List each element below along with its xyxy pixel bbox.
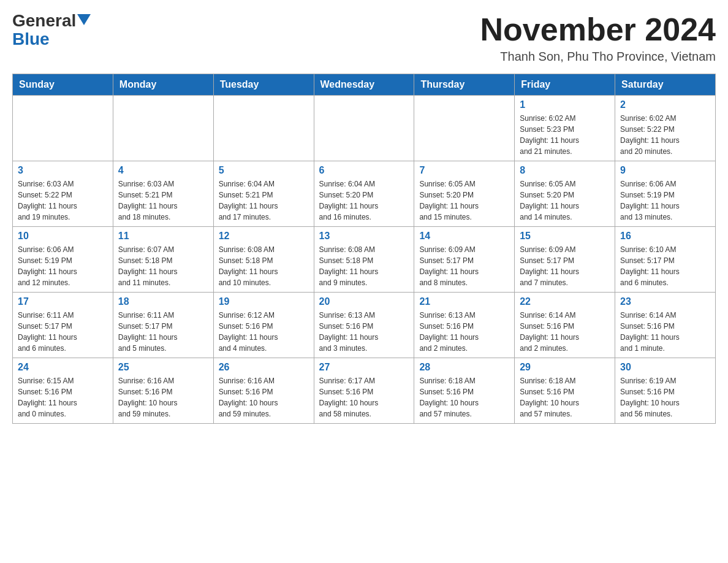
day-number: 24	[18, 362, 108, 373]
day-number: 15	[520, 231, 610, 242]
day-number: 14	[419, 231, 509, 242]
day-info: Sunrise: 6:16 AMSunset: 5:16 PMDaylight:…	[219, 375, 309, 419]
day-info: Sunrise: 6:02 AMSunset: 5:23 PMDaylight:…	[520, 113, 610, 157]
day-info: Sunrise: 6:11 AMSunset: 5:17 PMDaylight:…	[118, 310, 208, 354]
table-row: 27Sunrise: 6:17 AMSunset: 5:16 PMDayligh…	[314, 358, 414, 424]
day-info: Sunrise: 6:06 AMSunset: 5:19 PMDaylight:…	[620, 178, 710, 223]
day-info: Sunrise: 6:19 AMSunset: 5:16 PMDaylight:…	[620, 375, 710, 419]
table-row: 18Sunrise: 6:11 AMSunset: 5:17 PMDayligh…	[113, 293, 213, 358]
table-row: 21Sunrise: 6:13 AMSunset: 5:16 PMDayligh…	[414, 293, 515, 358]
day-info: Sunrise: 6:15 AMSunset: 5:16 PMDaylight:…	[18, 375, 108, 419]
table-row: 5Sunrise: 6:04 AMSunset: 5:21 PMDaylight…	[213, 161, 314, 227]
title-area: November 2024 Thanh Son, Phu Tho Provinc…	[480, 12, 716, 64]
table-row	[414, 96, 515, 161]
days-header-row: Sunday Monday Tuesday Wednesday Thursday…	[13, 74, 716, 96]
table-row: 22Sunrise: 6:14 AMSunset: 5:16 PMDayligh…	[515, 293, 615, 358]
table-row: 6Sunrise: 6:04 AMSunset: 5:20 PMDaylight…	[314, 161, 414, 227]
day-number: 17	[18, 296, 108, 307]
table-row: 17Sunrise: 6:11 AMSunset: 5:17 PMDayligh…	[13, 293, 113, 358]
day-number: 13	[319, 231, 409, 242]
calendar-week-row: 24Sunrise: 6:15 AMSunset: 5:16 PMDayligh…	[13, 358, 716, 424]
day-info: Sunrise: 6:14 AMSunset: 5:16 PMDaylight:…	[620, 310, 710, 354]
table-row: 23Sunrise: 6:14 AMSunset: 5:16 PMDayligh…	[615, 293, 716, 358]
day-info: Sunrise: 6:13 AMSunset: 5:16 PMDaylight:…	[419, 310, 509, 354]
table-row: 29Sunrise: 6:18 AMSunset: 5:16 PMDayligh…	[515, 358, 615, 424]
day-number: 29	[520, 362, 610, 373]
day-number: 3	[18, 165, 108, 176]
day-number: 23	[620, 296, 710, 307]
logo-blue: Blue	[12, 29, 50, 48]
calendar-week-row: 1Sunrise: 6:02 AMSunset: 5:23 PMDaylight…	[13, 96, 716, 161]
day-number: 12	[219, 231, 309, 242]
table-row: 3Sunrise: 6:03 AMSunset: 5:22 PMDaylight…	[13, 161, 113, 227]
table-row: 11Sunrise: 6:07 AMSunset: 5:18 PMDayligh…	[113, 227, 213, 293]
day-number: 20	[319, 296, 409, 307]
table-row: 20Sunrise: 6:13 AMSunset: 5:16 PMDayligh…	[314, 293, 414, 358]
table-row: 1Sunrise: 6:02 AMSunset: 5:23 PMDaylight…	[515, 96, 615, 161]
table-row: 25Sunrise: 6:16 AMSunset: 5:16 PMDayligh…	[113, 358, 213, 424]
header-tuesday: Tuesday	[213, 74, 314, 96]
day-info: Sunrise: 6:18 AMSunset: 5:16 PMDaylight:…	[520, 375, 610, 419]
logo-triangle-icon	[77, 14, 91, 25]
table-row: 12Sunrise: 6:08 AMSunset: 5:18 PMDayligh…	[213, 227, 314, 293]
header-saturday: Saturday	[615, 74, 716, 96]
location-subtitle: Thanh Son, Phu Tho Province, Vietnam	[480, 50, 716, 64]
table-row: 15Sunrise: 6:09 AMSunset: 5:17 PMDayligh…	[515, 227, 615, 293]
day-number: 27	[319, 362, 409, 373]
day-info: Sunrise: 6:03 AMSunset: 5:21 PMDaylight:…	[118, 178, 208, 223]
day-info: Sunrise: 6:16 AMSunset: 5:16 PMDaylight:…	[118, 375, 208, 419]
day-number: 4	[118, 165, 208, 176]
month-title: November 2024	[480, 12, 716, 47]
header-friday: Friday	[515, 74, 615, 96]
table-row	[314, 96, 414, 161]
table-row: 24Sunrise: 6:15 AMSunset: 5:16 PMDayligh…	[13, 358, 113, 424]
calendar-week-row: 10Sunrise: 6:06 AMSunset: 5:19 PMDayligh…	[13, 227, 716, 293]
day-info: Sunrise: 6:03 AMSunset: 5:22 PMDaylight:…	[18, 178, 108, 223]
day-info: Sunrise: 6:09 AMSunset: 5:17 PMDaylight:…	[520, 244, 610, 288]
day-number: 9	[620, 165, 710, 176]
table-row	[113, 96, 213, 161]
table-row: 14Sunrise: 6:09 AMSunset: 5:17 PMDayligh…	[414, 227, 515, 293]
day-info: Sunrise: 6:14 AMSunset: 5:16 PMDaylight:…	[520, 310, 610, 354]
calendar-week-row: 17Sunrise: 6:11 AMSunset: 5:17 PMDayligh…	[13, 293, 716, 358]
day-info: Sunrise: 6:18 AMSunset: 5:16 PMDaylight:…	[419, 375, 509, 419]
table-row: 10Sunrise: 6:06 AMSunset: 5:19 PMDayligh…	[13, 227, 113, 293]
day-number: 11	[118, 231, 208, 242]
day-number: 8	[520, 165, 610, 176]
table-row: 28Sunrise: 6:18 AMSunset: 5:16 PMDayligh…	[414, 358, 515, 424]
day-info: Sunrise: 6:06 AMSunset: 5:19 PMDaylight:…	[18, 244, 108, 288]
day-number: 26	[219, 362, 309, 373]
day-number: 28	[419, 362, 509, 373]
day-info: Sunrise: 6:04 AMSunset: 5:21 PMDaylight:…	[219, 178, 309, 223]
calendar-table: Sunday Monday Tuesday Wednesday Thursday…	[12, 74, 716, 424]
day-info: Sunrise: 6:12 AMSunset: 5:16 PMDaylight:…	[219, 310, 309, 354]
page-header: General Blue November 2024 Thanh Son, Ph…	[12, 12, 716, 64]
day-number: 6	[319, 165, 409, 176]
header-thursday: Thursday	[414, 74, 515, 96]
header-monday: Monday	[113, 74, 213, 96]
day-info: Sunrise: 6:05 AMSunset: 5:20 PMDaylight:…	[520, 178, 610, 223]
day-number: 25	[118, 362, 208, 373]
table-row: 13Sunrise: 6:08 AMSunset: 5:18 PMDayligh…	[314, 227, 414, 293]
table-row: 19Sunrise: 6:12 AMSunset: 5:16 PMDayligh…	[213, 293, 314, 358]
day-number: 22	[520, 296, 610, 307]
day-info: Sunrise: 6:07 AMSunset: 5:18 PMDaylight:…	[118, 244, 208, 288]
table-row: 4Sunrise: 6:03 AMSunset: 5:21 PMDaylight…	[113, 161, 213, 227]
header-sunday: Sunday	[13, 74, 113, 96]
day-number: 5	[219, 165, 309, 176]
logo: General Blue	[12, 12, 91, 49]
day-info: Sunrise: 6:10 AMSunset: 5:17 PMDaylight:…	[620, 244, 710, 288]
day-info: Sunrise: 6:02 AMSunset: 5:22 PMDaylight:…	[620, 113, 710, 157]
day-number: 18	[118, 296, 208, 307]
table-row: 8Sunrise: 6:05 AMSunset: 5:20 PMDaylight…	[515, 161, 615, 227]
day-info: Sunrise: 6:05 AMSunset: 5:20 PMDaylight:…	[419, 178, 509, 223]
day-number: 2	[620, 99, 710, 110]
day-number: 30	[620, 362, 710, 373]
table-row: 26Sunrise: 6:16 AMSunset: 5:16 PMDayligh…	[213, 358, 314, 424]
day-info: Sunrise: 6:13 AMSunset: 5:16 PMDaylight:…	[319, 310, 409, 354]
day-info: Sunrise: 6:11 AMSunset: 5:17 PMDaylight:…	[18, 310, 108, 354]
day-number: 21	[419, 296, 509, 307]
svg-marker-0	[77, 14, 91, 25]
day-number: 7	[419, 165, 509, 176]
table-row: 7Sunrise: 6:05 AMSunset: 5:20 PMDaylight…	[414, 161, 515, 227]
